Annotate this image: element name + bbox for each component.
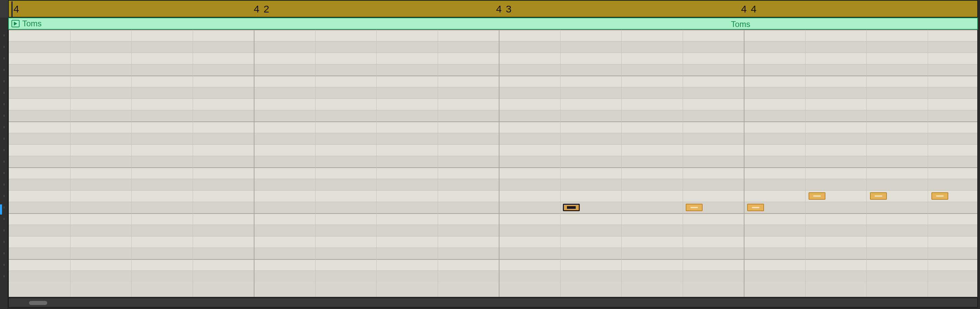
lane-separator (9, 236, 977, 236)
lane-separator (9, 247, 977, 248)
gutter-tick (4, 57, 5, 59)
pitch-lane[interactable] (9, 64, 977, 76)
lane-group-separator (9, 76, 977, 76)
pitch-lane[interactable] (9, 190, 977, 202)
gutter-tick (4, 172, 5, 174)
pitch-lane[interactable] (9, 98, 977, 110)
gutter-tick (4, 69, 5, 71)
horizontal-scrollbar-thumb[interactable] (29, 301, 47, 305)
note-velocity-indicator (875, 195, 882, 196)
pitch-lane[interactable] (9, 122, 977, 133)
lane-separator (9, 52, 977, 53)
midi-note[interactable] (931, 192, 948, 200)
pitch-lane[interactable] (9, 30, 977, 41)
gutter-tick (4, 46, 5, 48)
gutter-tick (4, 115, 5, 117)
gutter-tick (4, 206, 5, 209)
lane-separator (9, 133, 977, 133)
clip-name-loop-marker: Toms (731, 19, 750, 29)
midi-note[interactable] (686, 204, 703, 211)
lane-separator (9, 98, 977, 99)
gridline-beat (744, 30, 745, 297)
lane-group-separator (9, 122, 977, 122)
gutter-tick (4, 184, 5, 185)
clip-play-button[interactable] (11, 20, 19, 27)
note-velocity-indicator (752, 207, 759, 208)
pitch-lane[interactable] (9, 259, 977, 271)
lane-group-separator (9, 167, 977, 168)
gutter-tick (4, 195, 5, 197)
gridline-subdivision (621, 30, 622, 297)
note-velocity-indicator (567, 206, 576, 209)
gutter-tick (4, 103, 5, 105)
lane-separator (9, 202, 977, 202)
clip-header[interactable]: Toms Toms (8, 17, 978, 30)
lane-separator (9, 144, 977, 145)
gutter-tick (4, 275, 5, 277)
lane-group-separator (9, 30, 977, 30)
pitch-lane[interactable] (9, 133, 977, 144)
lane-group-separator (9, 259, 977, 260)
pitch-lane[interactable] (9, 236, 977, 247)
note-velocity-indicator (690, 207, 698, 208)
lane-separator (9, 110, 977, 110)
note-editor[interactable] (8, 30, 978, 297)
pitch-lane[interactable] (9, 213, 977, 225)
left-gutter (0, 0, 8, 309)
pitch-lane[interactable] (9, 52, 977, 64)
note-velocity-indicator (936, 195, 943, 196)
play-icon (14, 22, 17, 25)
gridline-beat (254, 30, 255, 297)
midi-note[interactable] (870, 192, 887, 200)
gridline-subdivision (376, 30, 377, 297)
timeline-ruler[interactable]: 4 4 2 4 3 4 4 (8, 0, 978, 17)
lane-separator (9, 271, 977, 271)
left-gutter-header (0, 0, 8, 17)
pitch-lane[interactable] (9, 76, 977, 87)
midi-note[interactable] (747, 204, 764, 211)
svg-marker-0 (14, 22, 17, 25)
gutter-tick (4, 80, 5, 82)
ruler-label-beat-2: 4 2 (254, 3, 270, 15)
midi-note-selected[interactable] (563, 204, 580, 211)
pitch-lane[interactable] (9, 41, 977, 52)
gridline-beat (499, 30, 500, 297)
pitch-lane[interactable] (9, 144, 977, 156)
gutter-tick (4, 264, 5, 266)
ruler-label-beat-4: 4 4 (741, 3, 757, 15)
lane-separator (9, 64, 977, 65)
gutter-tick (4, 160, 5, 163)
gutter-tick (4, 230, 5, 231)
gridline-subdivision (866, 30, 867, 297)
ruler-label-bar: 4 (13, 3, 20, 15)
horizontal-scrollbar-track[interactable] (8, 298, 978, 307)
gutter-tick (4, 35, 5, 36)
lane-separator (9, 225, 977, 225)
clip-name: Toms (22, 19, 41, 29)
pitch-lane[interactable] (9, 87, 977, 98)
pitch-lane[interactable] (9, 110, 977, 122)
note-velocity-indicator (813, 195, 821, 196)
midi-note[interactable] (808, 192, 826, 200)
pitch-lane[interactable] (9, 179, 977, 190)
gutter-tick (4, 92, 5, 94)
ruler-label-beat-3: 4 3 (496, 3, 512, 15)
gutter-tick (4, 138, 5, 139)
gutter-tick (4, 218, 5, 220)
pitch-lane[interactable] (9, 271, 977, 282)
lane-separator (9, 87, 977, 87)
pitch-lane[interactable] (9, 247, 977, 259)
gutter-tick (4, 241, 5, 243)
pitch-lane[interactable] (9, 202, 977, 213)
keyboard-accent (0, 204, 2, 214)
midi-editor-window: 4 4 2 4 3 4 4 Toms Toms (0, 0, 980, 309)
lane-separator (9, 156, 977, 156)
pitch-lane[interactable] (9, 167, 977, 179)
gutter-tick (4, 126, 5, 128)
gutter-tick (4, 149, 5, 151)
pitch-lane[interactable] (9, 156, 977, 167)
lane-separator (9, 41, 977, 41)
lane-separator (9, 179, 977, 179)
pitch-lane[interactable] (9, 225, 977, 236)
lane-group-separator (9, 213, 977, 214)
